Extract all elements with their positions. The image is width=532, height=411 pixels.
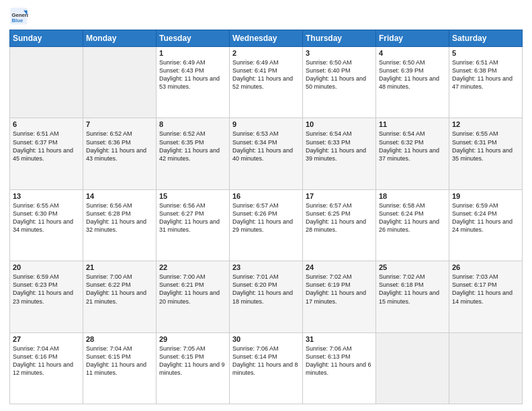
day-number: 20	[13, 263, 80, 271]
day-info: Sunrise: 6:56 AMSunset: 6:28 PMDaylight:…	[86, 201, 153, 234]
day-number: 27	[13, 335, 80, 343]
day-info: Sunrise: 7:05 AMSunset: 6:15 PMDaylight:…	[159, 345, 226, 377]
day-number: 13	[13, 192, 80, 200]
day-number: 2	[232, 49, 300, 57]
day-number: 9	[232, 120, 300, 128]
day-info: Sunrise: 6:55 AMSunset: 6:30 PMDaylight:…	[13, 201, 80, 234]
calendar-cell: 23Sunrise: 7:01 AMSunset: 6:20 PMDayligh…	[230, 261, 303, 332]
svg-text:Blue: Blue	[12, 17, 24, 24]
day-number: 4	[379, 49, 446, 57]
header: General Blue	[9, 7, 523, 26]
column-header-friday: Friday	[376, 30, 449, 47]
day-info: Sunrise: 7:04 AMSunset: 6:15 PMDaylight:…	[86, 345, 153, 377]
day-info: Sunrise: 6:57 AMSunset: 6:26 PMDaylight:…	[232, 201, 300, 234]
calendar-cell: 10Sunrise: 6:54 AMSunset: 6:33 PMDayligh…	[303, 118, 376, 189]
day-info: Sunrise: 6:58 AMSunset: 6:24 PMDaylight:…	[379, 201, 446, 234]
day-number: 5	[452, 49, 519, 57]
logo: General Blue	[9, 7, 28, 26]
calendar-cell	[449, 332, 523, 404]
day-info: Sunrise: 6:51 AMSunset: 6:37 PMDaylight:…	[13, 130, 80, 163]
day-number: 24	[306, 263, 373, 271]
calendar-cell: 15Sunrise: 6:56 AMSunset: 6:27 PMDayligh…	[157, 189, 230, 261]
day-info: Sunrise: 7:04 AMSunset: 6:16 PMDaylight:…	[13, 345, 80, 377]
calendar-cell: 8Sunrise: 6:52 AMSunset: 6:35 PMDaylight…	[157, 118, 230, 189]
column-header-saturday: Saturday	[449, 30, 523, 47]
day-number: 15	[159, 192, 226, 200]
calendar-week-2: 6Sunrise: 6:51 AMSunset: 6:37 PMDaylight…	[10, 118, 523, 189]
day-info: Sunrise: 6:59 AMSunset: 6:23 PMDaylight:…	[13, 273, 80, 306]
day-number: 17	[306, 192, 373, 200]
day-info: Sunrise: 6:59 AMSunset: 6:24 PMDaylight:…	[452, 201, 519, 234]
day-info: Sunrise: 7:03 AMSunset: 6:17 PMDaylight:…	[452, 273, 519, 306]
calendar-cell: 31Sunrise: 7:06 AMSunset: 6:13 PMDayligh…	[303, 332, 376, 404]
day-info: Sunrise: 6:54 AMSunset: 6:32 PMDaylight:…	[379, 130, 446, 163]
day-info: Sunrise: 6:54 AMSunset: 6:33 PMDaylight:…	[306, 130, 373, 163]
calendar-cell: 27Sunrise: 7:04 AMSunset: 6:16 PMDayligh…	[10, 332, 83, 404]
day-number: 6	[13, 120, 80, 128]
calendar-body: 1Sunrise: 6:49 AMSunset: 6:43 PMDaylight…	[10, 47, 523, 404]
column-header-sunday: Sunday	[10, 30, 83, 47]
calendar-cell: 14Sunrise: 6:56 AMSunset: 6:28 PMDayligh…	[83, 189, 157, 261]
day-number: 1	[159, 49, 226, 57]
day-number: 16	[232, 192, 300, 200]
calendar-cell: 7Sunrise: 6:52 AMSunset: 6:36 PMDaylight…	[83, 118, 157, 189]
day-number: 29	[159, 335, 226, 343]
day-number: 28	[86, 335, 153, 343]
day-number: 7	[86, 120, 153, 128]
day-number: 30	[232, 335, 300, 343]
day-number: 11	[379, 120, 446, 128]
calendar-cell: 29Sunrise: 7:05 AMSunset: 6:15 PMDayligh…	[157, 332, 230, 404]
day-info: Sunrise: 6:51 AMSunset: 6:38 PMDaylight:…	[452, 58, 519, 91]
day-info: Sunrise: 7:02 AMSunset: 6:18 PMDaylight:…	[379, 273, 446, 306]
calendar-cell	[10, 47, 83, 118]
day-number: 3	[306, 49, 373, 57]
day-number: 22	[159, 263, 226, 271]
logo-icon: General Blue	[9, 7, 28, 26]
day-info: Sunrise: 6:57 AMSunset: 6:25 PMDaylight:…	[306, 201, 373, 234]
day-info: Sunrise: 6:52 AMSunset: 6:35 PMDaylight:…	[159, 130, 226, 163]
calendar-cell	[83, 47, 157, 118]
page: General Blue SundayMondayTuesdayWednesda…	[0, 0, 532, 411]
day-number: 12	[452, 120, 519, 128]
day-info: Sunrise: 7:06 AMSunset: 6:14 PMDaylight:…	[232, 345, 300, 377]
day-info: Sunrise: 6:50 AMSunset: 6:40 PMDaylight:…	[306, 58, 373, 91]
calendar-cell: 9Sunrise: 6:53 AMSunset: 6:34 PMDaylight…	[230, 118, 303, 189]
day-info: Sunrise: 6:53 AMSunset: 6:34 PMDaylight:…	[232, 130, 300, 163]
day-number: 25	[379, 263, 446, 271]
day-number: 19	[452, 192, 519, 200]
calendar-cell: 1Sunrise: 6:49 AMSunset: 6:43 PMDaylight…	[157, 47, 230, 118]
column-header-tuesday: Tuesday	[157, 30, 230, 47]
day-info: Sunrise: 6:49 AMSunset: 6:41 PMDaylight:…	[232, 58, 300, 91]
calendar-cell: 6Sunrise: 6:51 AMSunset: 6:37 PMDaylight…	[10, 118, 83, 189]
calendar-cell: 28Sunrise: 7:04 AMSunset: 6:15 PMDayligh…	[83, 332, 157, 404]
day-number: 10	[306, 120, 373, 128]
calendar-cell: 16Sunrise: 6:57 AMSunset: 6:26 PMDayligh…	[230, 189, 303, 261]
day-info: Sunrise: 6:50 AMSunset: 6:39 PMDaylight:…	[379, 58, 446, 91]
day-number: 23	[232, 263, 300, 271]
column-header-wednesday: Wednesday	[230, 30, 303, 47]
calendar-cell: 17Sunrise: 6:57 AMSunset: 6:25 PMDayligh…	[303, 189, 376, 261]
calendar-table: SundayMondayTuesdayWednesdayThursdayFrid…	[9, 30, 523, 404]
calendar-cell: 22Sunrise: 7:00 AMSunset: 6:21 PMDayligh…	[157, 261, 230, 332]
header-row: SundayMondayTuesdayWednesdayThursdayFrid…	[10, 30, 523, 47]
day-number: 18	[379, 192, 446, 200]
calendar-cell: 25Sunrise: 7:02 AMSunset: 6:18 PMDayligh…	[376, 261, 449, 332]
calendar-cell: 5Sunrise: 6:51 AMSunset: 6:38 PMDaylight…	[449, 47, 523, 118]
calendar-cell: 11Sunrise: 6:54 AMSunset: 6:32 PMDayligh…	[376, 118, 449, 189]
day-info: Sunrise: 7:02 AMSunset: 6:19 PMDaylight:…	[306, 273, 373, 306]
day-info: Sunrise: 6:56 AMSunset: 6:27 PMDaylight:…	[159, 201, 226, 234]
day-info: Sunrise: 6:52 AMSunset: 6:36 PMDaylight:…	[86, 130, 153, 163]
day-info: Sunrise: 7:00 AMSunset: 6:22 PMDaylight:…	[86, 273, 153, 306]
day-info: Sunrise: 6:55 AMSunset: 6:31 PMDaylight:…	[452, 130, 519, 163]
calendar-cell: 13Sunrise: 6:55 AMSunset: 6:30 PMDayligh…	[10, 189, 83, 261]
day-info: Sunrise: 7:06 AMSunset: 6:13 PMDaylight:…	[306, 345, 373, 377]
day-info: Sunrise: 6:49 AMSunset: 6:43 PMDaylight:…	[159, 58, 226, 91]
calendar-cell: 21Sunrise: 7:00 AMSunset: 6:22 PMDayligh…	[83, 261, 157, 332]
calendar-cell: 3Sunrise: 6:50 AMSunset: 6:40 PMDaylight…	[303, 47, 376, 118]
calendar-cell: 4Sunrise: 6:50 AMSunset: 6:39 PMDaylight…	[376, 47, 449, 118]
calendar-week-4: 20Sunrise: 6:59 AMSunset: 6:23 PMDayligh…	[10, 261, 523, 332]
calendar-week-1: 1Sunrise: 6:49 AMSunset: 6:43 PMDaylight…	[10, 47, 523, 118]
calendar-cell: 18Sunrise: 6:58 AMSunset: 6:24 PMDayligh…	[376, 189, 449, 261]
day-number: 14	[86, 192, 153, 200]
day-number: 31	[306, 335, 373, 343]
